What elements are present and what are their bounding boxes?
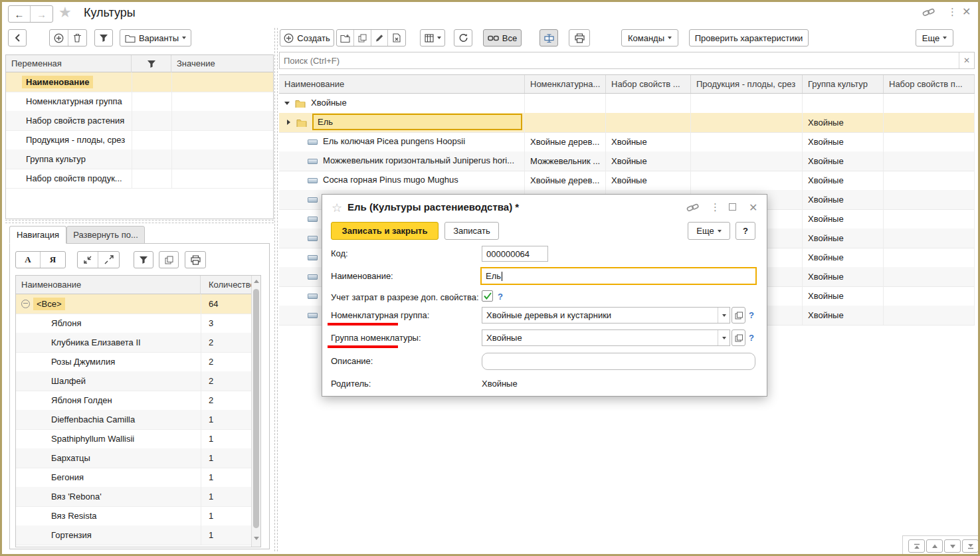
cost-flag-checkbox[interactable] xyxy=(482,290,493,302)
horizontal-splitter[interactable] xyxy=(5,220,274,223)
refresh-button[interactable] xyxy=(454,29,472,46)
scroll-down-button[interactable] xyxy=(944,539,961,553)
cost-flag-help[interactable]: ? xyxy=(498,292,503,302)
dialog-star-icon[interactable]: ☆ xyxy=(332,201,342,215)
param-row[interactable]: Продукция - плоды, срез xyxy=(6,130,273,150)
nav-scroll-thumb[interactable] xyxy=(253,289,259,528)
nav-row[interactable]: Яблоня3 xyxy=(16,314,252,333)
name-input[interactable]: Ель xyxy=(480,267,757,285)
code-input[interactable] xyxy=(482,246,548,262)
combo-dropdown-button[interactable] xyxy=(718,308,730,323)
scroll-down-icon[interactable] xyxy=(254,537,259,540)
save-button[interactable]: Записать xyxy=(444,222,499,240)
kebab-menu-icon[interactable]: ⋮ xyxy=(947,6,957,18)
sort-asc-button[interactable]: А xyxy=(16,252,41,268)
save-close-button[interactable]: Записать и закрыть xyxy=(331,222,439,240)
tab-expand-by[interactable]: Развернуть по... xyxy=(66,226,145,244)
sort-desc-button[interactable]: Я xyxy=(41,252,65,268)
nav-print-button[interactable] xyxy=(185,251,206,268)
scroll-to-bottom-button[interactable] xyxy=(962,539,979,553)
favorite-star-icon[interactable]: ★ xyxy=(58,4,72,21)
nav-scrollbar[interactable] xyxy=(251,276,260,547)
expand-all-button[interactable] xyxy=(98,252,119,268)
list-row[interactable]: Можжевельник горизонтальный Juniperus ho… xyxy=(279,151,975,171)
edit-item-button[interactable] xyxy=(371,30,389,46)
tree-collapsed-icon[interactable] xyxy=(287,120,290,125)
nomen-group-open-button[interactable] xyxy=(732,329,745,346)
list-col-header[interactable]: Набор свойств п... xyxy=(884,75,975,93)
copy-item-button[interactable] xyxy=(354,30,371,46)
nav-col-count[interactable]: Количество xyxy=(201,276,251,294)
nom-group-help[interactable]: ? xyxy=(749,310,754,320)
list-row[interactable]: ЕльХвойные xyxy=(279,113,975,133)
show-all-toggle[interactable]: Все xyxy=(483,29,522,46)
nav-row[interactable]: Шалфей2 xyxy=(16,371,252,391)
nav-row[interactable]: Розы Джумилия2 xyxy=(16,352,252,372)
list-row[interactable]: Ель колючая Picea pungens HoopsiiХвойные… xyxy=(279,132,975,152)
back-button[interactable]: ← xyxy=(9,6,31,22)
scroll-up-icon[interactable] xyxy=(254,280,259,283)
nav-row[interactable]: <Все>64 xyxy=(16,294,252,314)
nav-col-name[interactable]: Наименование xyxy=(16,276,201,294)
check-characteristics-button[interactable]: Проверить характеристики xyxy=(689,29,809,46)
forward-button[interactable]: → xyxy=(31,6,52,22)
nav-row[interactable]: Вяз Resista1 xyxy=(16,506,252,526)
dialog-more-button[interactable]: Еще xyxy=(688,222,730,240)
list-more-button[interactable]: Еще xyxy=(916,29,953,46)
list-col-header[interactable]: Набор свойств ... xyxy=(606,75,691,93)
nav-row[interactable]: Бархатцы1 xyxy=(16,448,252,468)
panel-back-button[interactable] xyxy=(8,29,27,46)
param-filter-button[interactable] xyxy=(94,29,113,46)
variants-button[interactable]: Варианты xyxy=(120,29,191,46)
dialog-close-icon[interactable]: ✕ xyxy=(749,201,757,214)
param-row[interactable]: Набор свойств растения xyxy=(6,111,273,131)
nav-row[interactable]: Клубника Елизавета II2 xyxy=(16,333,252,353)
search-clear-icon[interactable]: ✕ xyxy=(959,52,974,68)
link-icon[interactable] xyxy=(922,7,935,20)
scroll-to-top-button[interactable] xyxy=(908,539,925,553)
commands-button[interactable]: Команды xyxy=(621,29,678,46)
nom-group-open-button[interactable] xyxy=(732,307,745,324)
list-row[interactable]: Хвойные xyxy=(279,94,975,114)
list-col-header[interactable]: Продукция - плоды, срез xyxy=(691,75,803,93)
nav-row[interactable]: Бегония1 xyxy=(16,468,252,488)
vertical-splitter[interactable] xyxy=(274,28,278,551)
param-row[interactable]: Группа культур xyxy=(6,149,273,169)
search-input[interactable] xyxy=(280,52,956,68)
combo-dropdown-button[interactable] xyxy=(718,330,730,345)
create-group-button[interactable] xyxy=(337,30,354,46)
param-row[interactable]: Набор свойств продук... xyxy=(6,169,273,189)
param-row[interactable]: Номенклатурная группа xyxy=(6,92,273,112)
list-print-button[interactable] xyxy=(569,29,590,46)
nav-row[interactable]: Гортензия1 xyxy=(16,525,252,545)
nav-copy-button[interactable] xyxy=(159,251,179,268)
list-row[interactable]: Сосна горная Pinus mugo MughusХвойные де… xyxy=(279,171,975,191)
nav-row[interactable]: Яблоня Голден2 xyxy=(16,391,252,411)
nav-row[interactable]: Spathiphyllum Wallisii1 xyxy=(16,429,252,449)
param-row[interactable]: Наименование xyxy=(6,72,273,92)
create-button[interactable]: Создать xyxy=(280,29,334,46)
tab-navigation[interactable]: Навигация xyxy=(9,226,66,244)
nav-filter-button[interactable] xyxy=(134,251,153,268)
view-mode-button[interactable] xyxy=(420,29,445,46)
nav-row[interactable]: Dieffenbachia Camilla1 xyxy=(16,410,252,430)
collapse-node-icon[interactable] xyxy=(21,300,30,308)
form-width-button[interactable] xyxy=(539,29,558,46)
params-col-value[interactable]: Значение xyxy=(171,55,273,72)
list-col-header[interactable]: Группа культур xyxy=(803,75,884,93)
params-filter-header[interactable] xyxy=(132,55,171,72)
tree-expanded-icon[interactable] xyxy=(284,102,290,105)
window-close-icon[interactable]: ✕ xyxy=(962,5,971,18)
dialog-kebab-icon[interactable]: ⋮ xyxy=(710,201,720,213)
add-button[interactable] xyxy=(50,30,68,46)
dialog-link-icon[interactable] xyxy=(686,203,700,215)
dialog-help-button[interactable]: ? xyxy=(735,222,755,240)
scroll-up-button[interactable] xyxy=(926,539,943,553)
collapse-all-button[interactable] xyxy=(78,252,98,268)
nav-row[interactable]: Вяз 'Rebona'1 xyxy=(16,487,252,507)
params-col-variable[interactable]: Переменная xyxy=(6,55,132,72)
nomen-group-combo[interactable]: Хвойные xyxy=(482,329,730,346)
list-col-header[interactable]: Наименование xyxy=(279,75,525,93)
delete-button[interactable] xyxy=(68,30,86,46)
description-input[interactable] xyxy=(482,353,755,370)
